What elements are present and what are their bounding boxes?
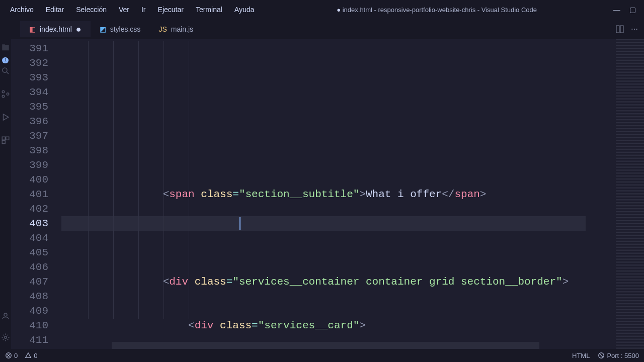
status-warnings[interactable]: 0 <box>25 352 37 359</box>
explorer-icon[interactable] <box>1 43 10 52</box>
svg-point-11 <box>5 336 7 339</box>
tab-main-js[interactable]: JS main.js <box>149 21 202 37</box>
svg-point-5 <box>2 95 5 98</box>
minimize-icon[interactable]: — <box>613 6 620 14</box>
tab-index-html[interactable]: ◧ index.html ● <box>20 21 91 37</box>
svg-rect-0 <box>616 26 619 33</box>
window-controls: — ▢ <box>613 6 640 14</box>
code-text: services__card <box>264 320 353 331</box>
svg-rect-8 <box>6 137 9 140</box>
svg-line-16 <box>600 354 603 357</box>
debug-icon[interactable] <box>1 113 10 122</box>
code-text: What i offer <box>366 189 442 200</box>
svg-point-4 <box>2 90 5 93</box>
html-file-icon: ◧ <box>29 25 36 33</box>
extensions-icon[interactable] <box>1 136 10 145</box>
warning-count: 0 <box>34 352 37 359</box>
settings-gear-icon[interactable] <box>1 333 10 342</box>
horizontal-scrollbar[interactable] <box>112 342 539 349</box>
menu-editar[interactable]: Editar <box>40 3 70 17</box>
svg-rect-9 <box>2 141 5 144</box>
error-count: 0 <box>14 352 18 359</box>
svg-line-3 <box>7 72 9 74</box>
title-bar: Archivo Editar Selección Ver Ir Ejecutar… <box>0 0 644 19</box>
menu-ir[interactable]: Ir <box>135 3 152 17</box>
maximize-icon[interactable]: ▢ <box>629 6 636 14</box>
main-area: 1 39139239339439539639739839940040140240… <box>0 39 644 349</box>
minimap[interactable] <box>616 39 644 349</box>
menu-archivo[interactable]: Archivo <box>4 3 40 17</box>
window-title: index.html - responsive-portfolio-websit… <box>260 6 613 14</box>
status-language[interactable]: HTML <box>572 352 590 359</box>
tab-label: index.html <box>40 25 72 33</box>
code-text: services__container container grid secti… <box>239 276 556 288</box>
account-icon[interactable] <box>1 312 10 321</box>
css-file-icon: ◩ <box>100 25 106 33</box>
svg-rect-7 <box>2 137 5 140</box>
menu-terminal[interactable]: Terminal <box>190 3 228 17</box>
code-area[interactable]: <span class="section__subtitle">What i o… <box>61 39 616 349</box>
line-number-gutter: 3913923933943953963973983994004014024034… <box>11 39 61 349</box>
svg-rect-1 <box>620 26 623 33</box>
svg-point-6 <box>7 93 9 96</box>
text-cursor <box>239 217 240 230</box>
tab-styles-css[interactable]: ◩ styles.css <box>91 21 150 37</box>
menu-ayuda[interactable]: Ayuda <box>228 3 260 17</box>
tab-label: styles.css <box>110 25 141 33</box>
scm-badge: 1 <box>2 57 9 63</box>
menu-ejecutar[interactable]: Ejecutar <box>152 3 190 17</box>
status-live-server[interactable]: Port : 5500 <box>598 352 639 359</box>
current-line-highlight <box>61 216 586 231</box>
menu-seleccion[interactable]: Selección <box>70 3 113 17</box>
status-bar: 0 0 HTML Port : 5500 <box>0 349 644 362</box>
search-icon[interactable] <box>1 66 10 75</box>
menu-ver[interactable]: Ver <box>113 3 135 17</box>
menu-bar: Archivo Editar Selección Ver Ir Ejecutar… <box>4 3 260 17</box>
status-errors[interactable]: 0 <box>5 352 18 359</box>
tab-label: main.js <box>171 25 193 33</box>
scm-icon[interactable] <box>1 89 10 99</box>
activity-bar: 1 <box>0 39 11 349</box>
editor[interactable]: 3913923933943953963973983994004014024034… <box>11 39 644 349</box>
more-actions-icon[interactable]: ⋯ <box>631 25 638 33</box>
tab-bar: ◧ index.html ● ◩ styles.css JS main.js ⋯ <box>0 19 644 39</box>
port-label: Port : 5500 <box>607 352 639 359</box>
svg-point-10 <box>4 313 7 316</box>
js-file-icon: JS <box>158 25 167 33</box>
svg-point-2 <box>3 68 7 72</box>
split-editor-icon[interactable] <box>616 25 624 33</box>
